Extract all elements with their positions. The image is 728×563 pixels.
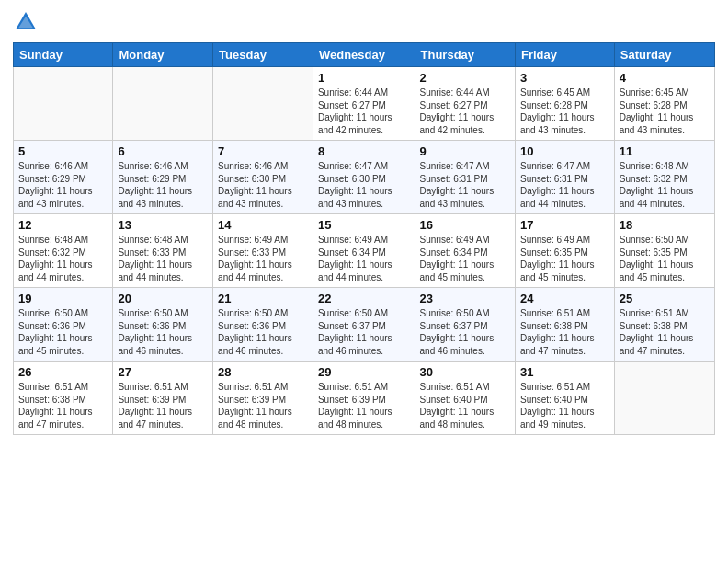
day-number: 21 xyxy=(218,292,308,305)
weekday-header-row: SundayMondayTuesdayWednesdayThursdayFrid… xyxy=(14,43,715,67)
day-info: Sunrise: 6:47 AMSunset: 6:31 PMDaylight:… xyxy=(420,160,510,210)
day-number: 11 xyxy=(620,144,710,158)
day-info: Sunrise: 6:48 AMSunset: 6:32 PMDaylight:… xyxy=(620,160,710,210)
day-number: 7 xyxy=(218,144,308,158)
day-number: 29 xyxy=(318,365,410,379)
day-info: Sunrise: 6:51 AMSunset: 6:38 PMDaylight:… xyxy=(18,381,108,431)
calendar-cell: 2Sunrise: 6:44 AMSunset: 6:27 PMDaylight… xyxy=(415,67,515,141)
calendar-cell: 8Sunrise: 6:47 AMSunset: 6:30 PMDaylight… xyxy=(313,141,415,214)
day-number: 14 xyxy=(218,218,308,232)
calendar-cell: 11Sunrise: 6:48 AMSunset: 6:32 PMDayligh… xyxy=(614,141,714,214)
calendar-cell: 20Sunrise: 6:50 AMSunset: 6:36 PMDayligh… xyxy=(113,288,213,362)
week-row-3: 19Sunrise: 6:50 AMSunset: 6:36 PMDayligh… xyxy=(14,288,715,362)
day-number: 3 xyxy=(520,71,609,85)
calendar-cell: 24Sunrise: 6:51 AMSunset: 6:38 PMDayligh… xyxy=(515,288,614,362)
day-info: Sunrise: 6:51 AMSunset: 6:38 PMDaylight:… xyxy=(520,307,609,357)
day-number: 12 xyxy=(18,218,108,232)
day-number: 2 xyxy=(420,71,510,85)
header xyxy=(13,9,715,35)
calendar-cell: 7Sunrise: 6:46 AMSunset: 6:30 PMDaylight… xyxy=(213,141,313,214)
week-row-1: 5Sunrise: 6:46 AMSunset: 6:29 PMDaylight… xyxy=(14,141,715,214)
day-info: Sunrise: 6:48 AMSunset: 6:33 PMDaylight:… xyxy=(118,234,208,283)
day-info: Sunrise: 6:51 AMSunset: 6:39 PMDaylight:… xyxy=(218,381,308,431)
day-info: Sunrise: 6:51 AMSunset: 6:40 PMDaylight:… xyxy=(520,381,609,431)
day-info: Sunrise: 6:51 AMSunset: 6:38 PMDaylight:… xyxy=(620,307,710,357)
day-info: Sunrise: 6:50 AMSunset: 6:36 PMDaylight:… xyxy=(18,307,108,357)
week-row-0: 1Sunrise: 6:44 AMSunset: 6:27 PMDaylight… xyxy=(14,67,715,141)
day-number: 9 xyxy=(420,144,510,158)
day-info: Sunrise: 6:47 AMSunset: 6:30 PMDaylight:… xyxy=(318,160,410,210)
day-info: Sunrise: 6:45 AMSunset: 6:28 PMDaylight:… xyxy=(520,86,609,136)
week-row-4: 26Sunrise: 6:51 AMSunset: 6:38 PMDayligh… xyxy=(14,362,715,435)
day-info: Sunrise: 6:47 AMSunset: 6:31 PMDaylight:… xyxy=(520,160,609,210)
day-number: 13 xyxy=(118,218,208,232)
calendar-cell: 23Sunrise: 6:50 AMSunset: 6:37 PMDayligh… xyxy=(415,288,515,362)
day-info: Sunrise: 6:51 AMSunset: 6:39 PMDaylight:… xyxy=(318,381,410,431)
day-info: Sunrise: 6:50 AMSunset: 6:37 PMDaylight:… xyxy=(318,307,410,357)
day-number: 8 xyxy=(318,144,410,158)
calendar-cell xyxy=(14,67,113,141)
calendar: SundayMondayTuesdayWednesdayThursdayFrid… xyxy=(13,42,715,435)
weekday-header-saturday: Saturday xyxy=(614,43,714,67)
page: SundayMondayTuesdayWednesdayThursdayFrid… xyxy=(0,0,728,563)
calendar-cell: 9Sunrise: 6:47 AMSunset: 6:31 PMDaylight… xyxy=(415,141,515,214)
weekday-header-tuesday: Tuesday xyxy=(213,43,313,67)
calendar-cell: 6Sunrise: 6:46 AMSunset: 6:29 PMDaylight… xyxy=(113,141,213,214)
day-number: 28 xyxy=(218,365,308,379)
calendar-cell: 29Sunrise: 6:51 AMSunset: 6:39 PMDayligh… xyxy=(313,362,415,435)
weekday-header-sunday: Sunday xyxy=(14,43,113,67)
weekday-header-wednesday: Wednesday xyxy=(313,43,415,67)
day-info: Sunrise: 6:49 AMSunset: 6:34 PMDaylight:… xyxy=(318,234,410,283)
day-number: 20 xyxy=(118,292,208,305)
day-info: Sunrise: 6:50 AMSunset: 6:37 PMDaylight:… xyxy=(420,307,510,357)
calendar-cell: 3Sunrise: 6:45 AMSunset: 6:28 PMDaylight… xyxy=(515,67,614,141)
day-info: Sunrise: 6:48 AMSunset: 6:32 PMDaylight:… xyxy=(18,234,108,283)
day-info: Sunrise: 6:49 AMSunset: 6:33 PMDaylight:… xyxy=(218,234,308,283)
day-number: 27 xyxy=(118,365,208,379)
calendar-cell: 22Sunrise: 6:50 AMSunset: 6:37 PMDayligh… xyxy=(313,288,415,362)
day-info: Sunrise: 6:46 AMSunset: 6:29 PMDaylight:… xyxy=(18,160,108,210)
calendar-cell: 1Sunrise: 6:44 AMSunset: 6:27 PMDaylight… xyxy=(313,67,415,141)
weekday-header-friday: Friday xyxy=(515,43,614,67)
calendar-cell: 18Sunrise: 6:50 AMSunset: 6:35 PMDayligh… xyxy=(614,214,714,288)
weekday-header-thursday: Thursday xyxy=(415,43,515,67)
day-number: 25 xyxy=(620,292,710,305)
day-number: 16 xyxy=(420,218,510,232)
day-number: 19 xyxy=(18,292,108,305)
day-number: 31 xyxy=(520,365,609,379)
calendar-cell: 5Sunrise: 6:46 AMSunset: 6:29 PMDaylight… xyxy=(14,141,113,214)
calendar-cell xyxy=(614,362,714,435)
day-info: Sunrise: 6:49 AMSunset: 6:34 PMDaylight:… xyxy=(420,234,510,283)
day-number: 15 xyxy=(318,218,410,232)
calendar-cell: 27Sunrise: 6:51 AMSunset: 6:39 PMDayligh… xyxy=(113,362,213,435)
calendar-cell: 10Sunrise: 6:47 AMSunset: 6:31 PMDayligh… xyxy=(515,141,614,214)
calendar-cell: 19Sunrise: 6:50 AMSunset: 6:36 PMDayligh… xyxy=(14,288,113,362)
calendar-cell: 28Sunrise: 6:51 AMSunset: 6:39 PMDayligh… xyxy=(213,362,313,435)
day-info: Sunrise: 6:44 AMSunset: 6:27 PMDaylight:… xyxy=(318,86,410,136)
day-number: 5 xyxy=(18,144,108,158)
calendar-cell xyxy=(213,67,313,141)
day-info: Sunrise: 6:50 AMSunset: 6:36 PMDaylight:… xyxy=(118,307,208,357)
logo xyxy=(13,9,42,35)
calendar-cell: 13Sunrise: 6:48 AMSunset: 6:33 PMDayligh… xyxy=(113,214,213,288)
day-number: 18 xyxy=(620,218,710,232)
calendar-cell xyxy=(113,67,213,141)
day-info: Sunrise: 6:50 AMSunset: 6:36 PMDaylight:… xyxy=(218,307,308,357)
day-info: Sunrise: 6:44 AMSunset: 6:27 PMDaylight:… xyxy=(420,86,510,136)
weekday-header-monday: Monday xyxy=(113,43,213,67)
day-number: 17 xyxy=(520,218,609,232)
day-number: 26 xyxy=(18,365,108,379)
calendar-cell: 21Sunrise: 6:50 AMSunset: 6:36 PMDayligh… xyxy=(213,288,313,362)
calendar-cell: 30Sunrise: 6:51 AMSunset: 6:40 PMDayligh… xyxy=(415,362,515,435)
day-number: 6 xyxy=(118,144,208,158)
day-info: Sunrise: 6:46 AMSunset: 6:29 PMDaylight:… xyxy=(118,160,208,210)
day-number: 10 xyxy=(520,144,609,158)
day-info: Sunrise: 6:51 AMSunset: 6:40 PMDaylight:… xyxy=(420,381,510,431)
day-number: 30 xyxy=(420,365,510,379)
day-info: Sunrise: 6:45 AMSunset: 6:28 PMDaylight:… xyxy=(620,86,710,136)
day-info: Sunrise: 6:51 AMSunset: 6:39 PMDaylight:… xyxy=(118,381,208,431)
day-info: Sunrise: 6:49 AMSunset: 6:35 PMDaylight:… xyxy=(520,234,609,283)
calendar-cell: 16Sunrise: 6:49 AMSunset: 6:34 PMDayligh… xyxy=(415,214,515,288)
calendar-cell: 15Sunrise: 6:49 AMSunset: 6:34 PMDayligh… xyxy=(313,214,415,288)
calendar-cell: 14Sunrise: 6:49 AMSunset: 6:33 PMDayligh… xyxy=(213,214,313,288)
